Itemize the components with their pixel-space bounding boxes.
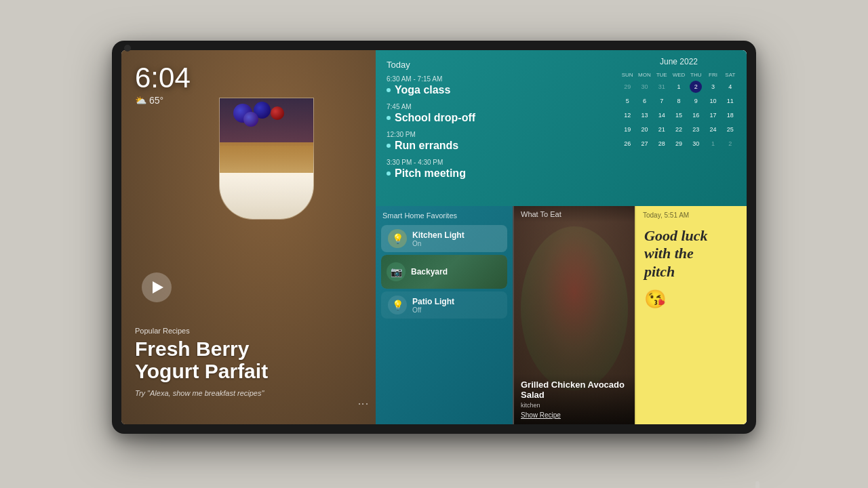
play-button[interactable] [142,272,172,302]
calendar-grid: SUN MON TUE WED THU FRI SAT 29 30 31 1 2… [619,70,738,150]
bottom-section: Smart Home Favorites 💡 Kitchen Light On … [376,206,747,424]
recipe-panel: 6:04 ⛅ 65° [121,50,376,424]
cal-day-header: WED [671,70,687,79]
agenda-item[interactable]: 6:30 AM - 7:15 AM Yoga class [387,75,600,96]
note-timestamp: Today, 5:51 AM [636,206,747,222]
cal-day[interactable]: 28 [656,138,668,150]
agenda-item[interactable]: 3:30 PM - 4:30 PM Pitch meeting [387,159,600,180]
camera-icon: 📷 [387,262,406,281]
cal-day[interactable]: 8 [673,95,685,107]
cal-day[interactable]: 6 [638,95,650,107]
temperature: 65° [149,95,163,106]
agenda-title: Yoga class [387,84,600,96]
agenda-item[interactable]: 7:45 AM School drop-off [387,103,600,124]
note-content: Good luck with the pitch [636,222,747,286]
cal-day[interactable]: 21 [656,123,668,136]
berry-layer [220,98,313,146]
agenda-dot [387,144,391,148]
recipe-category: Popular Recipes [135,327,362,335]
cal-day[interactable]: 23 [690,123,702,136]
device-name: Backyard [411,267,502,277]
show-recipe-button[interactable]: Show Recipe [521,411,628,419]
agenda-item[interactable]: 12:30 PM Run errands [387,131,600,152]
cal-day-header: SUN [619,70,635,79]
calendar-panel: June 2022 SUN MON TUE WED THU FRI SAT 29… [611,50,747,206]
power-cable [755,481,760,488]
cal-day[interactable]: 3 [707,81,719,93]
cal-day[interactable]: 19 [621,123,633,136]
agenda-dot [387,171,391,176]
agenda-panel: Today 6:30 AM - 7:15 AM Yoga class 7:45 … [376,50,611,206]
cal-day-header: THU [688,70,704,79]
echo-show-frame: 6:04 ⛅ 65° [112,41,756,434]
cal-day[interactable]: 9 [690,95,702,107]
cal-day[interactable]: 1 [707,138,719,150]
agenda-dot [387,116,391,120]
cal-day[interactable]: 15 [673,109,685,121]
cal-day[interactable]: 22 [673,123,685,136]
recipe-image [212,77,334,226]
recipe-title: Fresh Berry Yogurt Parfait [135,338,362,382]
device-name: Patio Light [412,297,500,306]
cal-day[interactable]: 11 [724,95,736,107]
cal-day[interactable]: 30 [690,138,702,150]
recipe-title-line1: Fresh Berry [135,338,249,360]
device-patio-light[interactable]: 💡 Patio Light Off [381,291,507,319]
right-panel: Today 6:30 AM - 7:15 AM Yoga class 7:45 … [376,50,747,424]
agenda-title: Pitch meeting [387,167,600,180]
cal-day[interactable]: 7 [656,95,668,107]
cal-day[interactable]: 20 [638,123,650,136]
clock: 6:04 [135,64,191,92]
agenda-time: 6:30 AM - 7:15 AM [387,75,600,83]
agenda-header: Today [387,60,600,70]
top-section: Today 6:30 AM - 7:15 AM Yoga class 7:45 … [376,50,747,206]
cal-day[interactable]: 16 [690,109,702,121]
cal-day[interactable]: 10 [707,95,719,107]
cal-day[interactable]: 18 [724,109,736,121]
weather-icon: ⛅ [135,95,146,106]
cal-day[interactable]: 29 [673,138,685,150]
food-category: kitchen [521,402,628,409]
note-line2: with the [644,245,694,262]
cal-day[interactable]: 2 [724,138,736,150]
light-on-icon: 💡 [388,229,407,248]
cal-day[interactable]: 14 [656,109,668,121]
device-status: Off [412,306,500,314]
cal-day-today[interactable]: 2 [690,81,702,93]
play-icon [153,281,163,293]
cal-day[interactable]: 24 [707,123,719,136]
note-emoji: 😘 [636,286,747,312]
berry [271,106,284,120]
cal-day[interactable]: 13 [638,109,650,121]
cal-day[interactable]: 5 [621,95,633,107]
cal-day[interactable]: 12 [621,109,633,121]
recipe-info: Popular Recipes Fresh Berry Yogurt Parfa… [135,327,362,397]
cal-day[interactable]: 29 [621,81,633,93]
food-title: Grilled Chicken Avocado Salad [521,380,628,401]
glass [219,98,314,220]
agenda-time: 3:30 PM - 4:30 PM [387,159,600,166]
device-status: On [412,240,500,247]
device-backyard[interactable]: 📷 Backyard [381,255,507,289]
note-line3: pitch [644,263,675,280]
smart-home-widget: Smart Home Favorites 💡 Kitchen Light On … [376,206,513,424]
device-info: Patio Light Off [412,297,500,314]
note-line1: Good luck [644,227,708,244]
cal-day[interactable]: 26 [621,138,633,150]
cal-day[interactable]: 30 [638,81,650,93]
cal-day[interactable]: 1 [673,81,685,93]
camera-dot [124,45,131,52]
cal-day[interactable]: 25 [724,123,736,136]
device-info: Kitchen Light On [412,230,500,247]
recipe-hint: Try "Alexa, show me breakfast recipes" [135,389,362,397]
cal-day[interactable]: 4 [724,81,736,93]
more-options-icon[interactable]: ⋮ [357,399,370,410]
light-off-icon: 💡 [388,296,407,314]
agenda-time: 12:30 PM [387,131,600,138]
cal-day[interactable]: 31 [656,81,668,93]
device-kitchen-light[interactable]: 💡 Kitchen Light On [381,225,507,252]
cal-day[interactable]: 27 [638,138,650,150]
cal-day-header: MON [636,70,652,79]
cal-day[interactable]: 17 [707,109,719,121]
agenda-time: 7:45 AM [387,103,600,110]
